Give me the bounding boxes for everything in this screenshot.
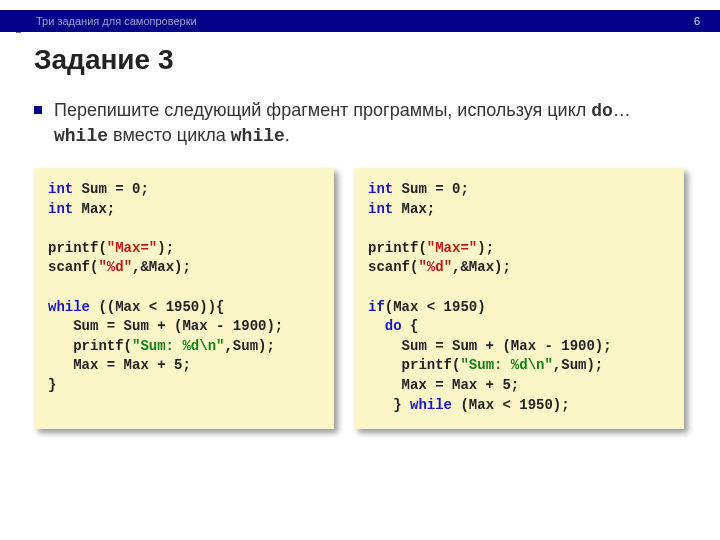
header-section-title: Три задания для самопроверки <box>36 15 197 27</box>
header-stripe: Три задания для самопроверки 6 <box>0 10 720 32</box>
instruction-text: Перепишите следующий фрагмент программы,… <box>54 98 674 149</box>
code-row: int Sum = 0; int Max; printf("Max="); sc… <box>34 168 694 429</box>
code-box-while: int Sum = 0; int Max; printf("Max="); sc… <box>34 168 334 429</box>
page-number: 6 <box>694 15 700 27</box>
code-box-do-while: int Sum = 0; int Max; printf("Max="); sc… <box>354 168 684 429</box>
slide-title: Задание 3 <box>34 44 174 76</box>
bullet-icon <box>34 106 42 114</box>
